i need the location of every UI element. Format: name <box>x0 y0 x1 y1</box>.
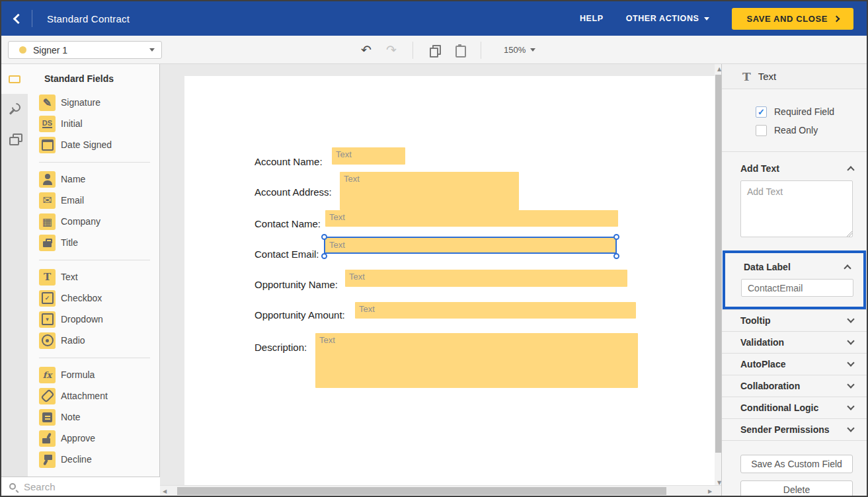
custom-fields-tab[interactable] <box>1 94 28 124</box>
delete-button[interactable]: Delete <box>740 480 853 496</box>
checkbox-unchecked-icon[interactable] <box>756 125 767 136</box>
save-and-close-button[interactable]: SAVE AND CLOSE <box>732 8 853 30</box>
fields-panel: Standard Fields SignatureInitialDate Sig… <box>28 64 160 477</box>
sidebar-item-label: Formula <box>61 369 95 380</box>
sidebar-item-checkbox[interactable]: Checkbox <box>28 287 160 309</box>
data-label-heading: Data Label <box>744 262 791 272</box>
text-field-opportunity-name[interactable]: Text <box>345 270 627 287</box>
field-placeholder: Text <box>329 212 345 222</box>
other-actions-menu[interactable]: OTHER ACTIONS <box>626 14 710 23</box>
sidebar-item-label: Company <box>61 216 100 227</box>
section-conditional-logic[interactable]: Conditional Logic <box>722 397 867 418</box>
copy-button[interactable] <box>426 42 442 58</box>
sidebar-item-label: Radio <box>61 335 85 346</box>
section-sender-permissions[interactable]: Sender Permissions <box>722 418 867 440</box>
toolbar-divider <box>481 42 481 59</box>
text-field-account-address[interactable]: Text <box>340 172 519 210</box>
sidebar-item-label: Decline <box>61 454 92 465</box>
section-collaboration[interactable]: Collaboration <box>722 375 867 397</box>
undo-button[interactable]: ↶ <box>358 42 374 58</box>
sidebar-item-decline[interactable]: Decline <box>28 449 160 470</box>
toolbar: Signer 1 ↶ ↷ 150% <box>1 36 867 64</box>
paste-button[interactable] <box>452 42 467 58</box>
section-autoplace[interactable]: AutoPlace <box>722 353 867 375</box>
field-placeholder: Text <box>319 335 335 345</box>
add-text-heading: Add Text <box>740 163 779 174</box>
sidebar-item-initial[interactable]: Initial <box>28 113 160 134</box>
zoom-select[interactable]: 150% <box>504 45 535 55</box>
add-text-section-header[interactable]: Add Text <box>722 157 867 179</box>
data-label-section-header[interactable]: Data Label <box>725 256 863 278</box>
undo-icon: ↶ <box>361 44 372 56</box>
chevron-down-icon <box>847 381 854 388</box>
copy-icon <box>428 44 440 56</box>
checkbox-checked-icon[interactable]: ✓ <box>756 106 767 118</box>
section-label: Sender Permissions <box>740 424 830 435</box>
left-sidebar: Standard Fields SignatureInitialDate Sig… <box>1 64 160 496</box>
redo-button[interactable]: ↷ <box>383 42 399 58</box>
checkbox-section: ✓ Required Field Read Only <box>722 89 867 152</box>
other-actions-label: OTHER ACTIONS <box>626 14 699 23</box>
scroll-left-arrow[interactable]: ◀ <box>160 486 169 496</box>
sidebar-item-label: Text <box>61 272 78 282</box>
fields-panel-heading: Standard Fields <box>28 64 160 92</box>
sidebar-item-title[interactable]: Title <box>28 232 160 253</box>
sidebar-item-signature[interactable]: Signature <box>28 92 160 113</box>
field-label: Account Name: <box>255 156 323 167</box>
sidebar-item-formula[interactable]: Formula <box>28 364 160 385</box>
add-text-input[interactable] <box>740 180 853 237</box>
dropdown-icon <box>39 311 56 328</box>
text-type-icon: T <box>742 70 751 83</box>
text-field-contact-email-selected[interactable]: Text <box>324 237 617 254</box>
sidebar-item-label: Approve <box>61 433 95 443</box>
sidebar-item-approve[interactable]: Approve <box>28 428 160 449</box>
required-field-toggle[interactable]: ✓ Required Field <box>756 102 867 121</box>
resize-handle[interactable] <box>321 253 327 259</box>
sidebar-item-email[interactable]: Email <box>28 190 160 211</box>
radio-icon <box>39 332 56 349</box>
sidebar-item-label: Signature <box>61 97 100 108</box>
sidebar-item-name[interactable]: Name <box>28 169 160 190</box>
field-label: Contact Name: <box>255 218 321 229</box>
read-only-toggle[interactable]: Read Only <box>756 121 867 139</box>
paste-icon <box>454 44 465 56</box>
sidebar-item-text[interactable]: Text <box>28 266 160 287</box>
chevron-right-icon <box>834 15 840 22</box>
document-title: Standard Contract <box>47 13 130 24</box>
chevron-down-icon <box>847 424 854 432</box>
sidebar-item-label: Name <box>61 174 85 184</box>
field-label: Contact Email: <box>255 249 319 260</box>
sidebar-item-date-signed[interactable]: Date Signed <box>28 134 160 155</box>
group-separator <box>39 162 150 163</box>
scroll-right-arrow[interactable]: ▶ <box>705 486 715 496</box>
back-button[interactable] <box>1 1 32 36</box>
signer-select[interactable]: Signer 1 <box>8 41 162 59</box>
data-label-input[interactable] <box>741 279 853 297</box>
section-validation[interactable]: Validation <box>722 331 867 353</box>
chevron-down-icon <box>530 48 535 52</box>
standard-fields-tab[interactable] <box>1 64 28 94</box>
help-link[interactable]: HELP <box>580 14 604 23</box>
text-field-account-name[interactable]: Text <box>332 147 405 165</box>
horizontal-scroll-thumb[interactable] <box>177 487 666 495</box>
sidebar-item-radio[interactable]: Radio <box>28 330 160 351</box>
resize-handle[interactable] <box>613 253 619 259</box>
resize-handle[interactable] <box>613 234 619 240</box>
sidebar-item-dropdown[interactable]: Dropdown <box>28 309 160 330</box>
sidebar-item-company[interactable]: Company <box>28 211 160 232</box>
text-field-opportunity-amount[interactable]: Text <box>355 302 636 319</box>
text-field-contact-name[interactable]: Text <box>325 210 618 227</box>
search-input[interactable] <box>22 480 157 493</box>
note-icon <box>39 409 56 426</box>
save-as-custom-field-button[interactable]: Save As Custom Field <box>740 455 853 473</box>
email-icon <box>39 192 56 209</box>
merge-fields-tab[interactable] <box>1 124 28 153</box>
text-field-description[interactable]: Text <box>315 333 638 388</box>
horizontal-scrollbar[interactable]: ◀ ▶ <box>160 485 724 496</box>
sidebar-item-note[interactable]: Note <box>28 406 160 428</box>
sidebar-item-label: Initial <box>61 118 83 129</box>
resize-handle[interactable] <box>321 234 327 240</box>
section-tooltip[interactable]: Tooltip <box>722 309 867 331</box>
sidebar-item-attachment[interactable]: Attachment <box>28 385 160 406</box>
chevron-down-icon <box>149 48 155 52</box>
